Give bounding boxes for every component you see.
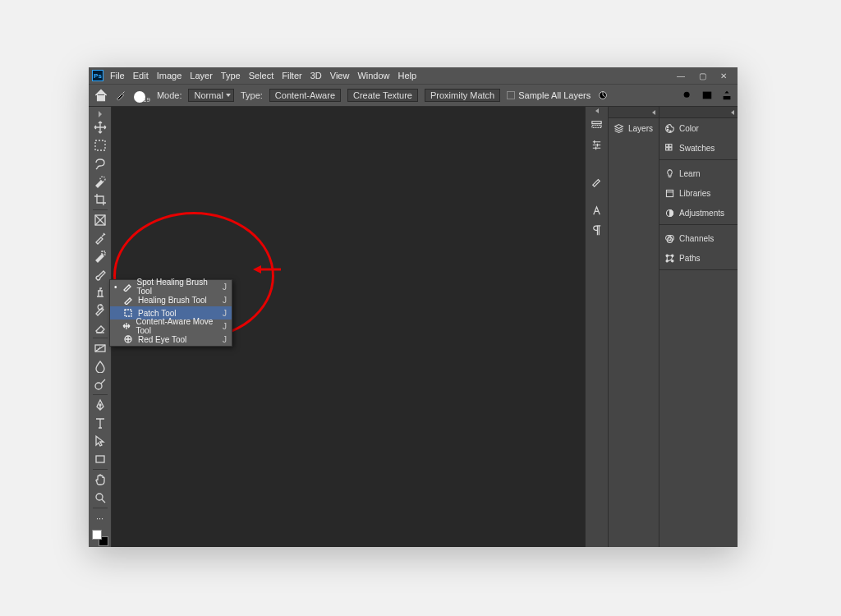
flyout-label: Patch Tool [138, 309, 177, 318]
panel-label: Swatches [679, 144, 715, 153]
libraries-tab[interactable]: Libraries [659, 183, 738, 203]
flyout-shortcut: J [223, 335, 227, 344]
marquee-tool[interactable] [90, 136, 110, 154]
svg-rect-15 [592, 125, 601, 127]
type-proximity-match-button[interactable]: Proximity Match [425, 89, 500, 102]
move-tool[interactable] [90, 118, 110, 136]
sample-all-layers-label: Sample All Layers [518, 90, 591, 100]
workspace-icon[interactable] [701, 90, 713, 101]
learn-tab[interactable]: Learn [659, 163, 738, 183]
app-logo: Ps [92, 70, 103, 81]
type-content-aware-button[interactable]: Content-Aware [269, 89, 341, 102]
eraser-tool[interactable] [90, 319, 110, 337]
panel-label: Libraries [679, 189, 710, 198]
brush-tool[interactable] [90, 265, 110, 283]
patch-icon [122, 308, 134, 318]
type-create-texture-button[interactable]: Create Texture [347, 89, 418, 102]
toolbar-collapse-icon[interactable] [89, 110, 111, 118]
hand-tool[interactable] [90, 471, 110, 489]
flyout-shortcut: J [223, 309, 227, 318]
path-select-tool[interactable] [90, 432, 110, 450]
mode-label: Mode: [157, 90, 182, 100]
frame-tool[interactable] [90, 211, 110, 229]
spot-healing-tool[interactable] [90, 247, 110, 265]
brushes-icon[interactable] [588, 171, 606, 191]
svg-rect-23 [666, 190, 673, 196]
menu-3d[interactable]: 3D [310, 71, 322, 80]
layers-tab[interactable]: Layers [609, 118, 659, 138]
flyout-content-aware-move[interactable]: Content-Aware Move Tool J [110, 319, 232, 333]
flyout-label: Content-Aware Move Tool [136, 317, 218, 335]
flyout-label: Healing Brush Tool [138, 296, 207, 305]
menu-type[interactable]: Type [221, 71, 241, 80]
color-swatches[interactable] [91, 529, 109, 547]
pen-tool[interactable] [90, 396, 110, 414]
clone-stamp-tool[interactable] [90, 283, 110, 301]
share-icon[interactable] [721, 90, 733, 101]
app-window: Ps File Edit Image Layer Type Select Fil… [89, 67, 738, 547]
adjustments-tab[interactable]: Adjustments [659, 203, 738, 223]
panel-collapse-icon[interactable] [659, 107, 738, 118]
flyout-shortcut: J [223, 283, 227, 292]
menu-filter[interactable]: Filter [282, 71, 301, 80]
shape-tool[interactable] [90, 450, 110, 468]
history-icon[interactable] [588, 115, 606, 135]
maximize-button[interactable]: ▢ [692, 69, 713, 82]
dodge-tool[interactable] [90, 375, 110, 393]
svg-point-31 [672, 260, 673, 261]
zoom-tool[interactable] [90, 489, 110, 507]
menu-file[interactable]: File [110, 71, 125, 80]
svg-point-17 [667, 129, 669, 131]
home-icon[interactable] [94, 88, 108, 103]
panel-collapse-icon[interactable] [609, 107, 659, 118]
flyout-shortcut: J [223, 296, 227, 305]
bulb-icon [664, 168, 675, 179]
channels-tab[interactable]: Channels [659, 228, 738, 248]
quick-select-tool[interactable] [90, 172, 110, 191]
minimize-button[interactable]: — [670, 69, 692, 82]
layers-panel: Layers [608, 107, 659, 547]
svg-point-1 [684, 92, 690, 98]
menu-image[interactable]: Image [157, 71, 182, 80]
svg-point-18 [670, 130, 672, 131]
menu-window[interactable]: Window [357, 71, 389, 80]
sample-all-layers-checkbox[interactable] [507, 91, 515, 99]
paths-tab[interactable]: Paths [659, 248, 738, 268]
svg-rect-10 [96, 456, 104, 462]
blur-tool[interactable] [90, 357, 110, 375]
close-button[interactable]: ✕ [713, 69, 734, 82]
channels-icon [664, 233, 675, 244]
lasso-tool[interactable] [90, 154, 110, 172]
flyout-label: Spot Healing Brush Tool [137, 278, 218, 296]
menu-view[interactable]: View [330, 71, 350, 80]
color-tab[interactable]: Color [659, 118, 738, 138]
menu-edit[interactable]: Edit [133, 71, 149, 80]
foreground-color[interactable] [92, 530, 102, 540]
pressure-icon[interactable] [597, 90, 609, 101]
type-tool[interactable] [90, 414, 110, 432]
paragraph-icon[interactable] [588, 220, 606, 240]
menu-layer[interactable]: Layer [190, 71, 213, 80]
tool-preset-icon[interactable] [115, 90, 126, 101]
menu-select[interactable]: Select [249, 71, 274, 80]
gradient-tool[interactable] [90, 339, 110, 357]
character-icon[interactable] [588, 200, 606, 220]
flyout-spot-healing[interactable]: • Spot Healing Brush Tool J [110, 280, 232, 293]
crop-tool[interactable] [90, 191, 110, 209]
eyedropper-tool[interactable] [90, 229, 110, 247]
swatches-tab[interactable]: Swatches [659, 138, 738, 158]
edit-toolbar-icon[interactable]: ··· [90, 509, 110, 527]
options-bar: 19 Mode: Normal Type: Content-Aware Crea… [89, 84, 738, 107]
mode-dropdown[interactable]: Normal [188, 89, 233, 102]
dock-collapse-icon[interactable] [586, 107, 608, 115]
properties-icon[interactable] [588, 135, 606, 154]
bandage-icon [122, 295, 134, 305]
menu-help[interactable]: Help [398, 71, 417, 80]
search-icon[interactable] [682, 90, 693, 101]
tools-panel: ··· • Spot Healing Brush Tool J Healing … [89, 107, 112, 547]
history-brush-tool[interactable] [90, 301, 110, 319]
layers-icon [614, 123, 624, 134]
brush-size-value: 19 [143, 96, 150, 103]
mini-dock-1 [585, 107, 608, 547]
flyout-label: Red Eye Tool [138, 335, 186, 344]
